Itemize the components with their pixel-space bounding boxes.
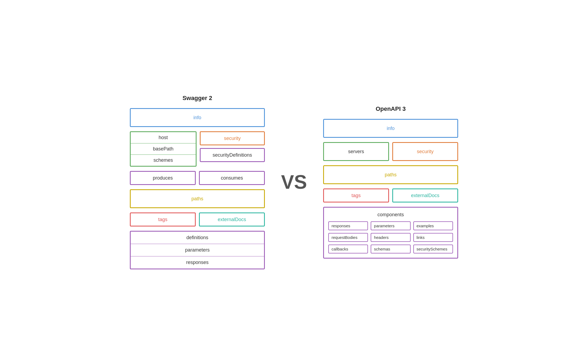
swagger-security-group: security securityDefinitions [200,131,265,167]
swagger-definitions-group: definitions parameters responses [130,231,265,269]
swagger-responses-item: responses [131,256,264,269]
swagger-definitions-item: definitions [131,232,264,244]
openapi-responses-box: responses [328,221,368,230]
openapi-headers-box: headers [371,233,410,242]
openapi-security-box: security [392,142,458,161]
openapi-row-2: servers security [323,142,458,161]
openapi-externaldocs-box: externalDocs [392,188,458,202]
openapi-paths-box: paths [323,165,458,184]
openapi-servers-box: servers [323,142,389,161]
openapi-securityschemes-box: securitySchemes [413,245,453,253]
openapi-title: OpenAPI 3 [376,105,405,112]
openapi-parameters-box: parameters [371,221,410,230]
swagger-row-tags: tags externalDocs [130,212,265,226]
swagger-basepath-box: basePath [131,143,196,155]
openapi-tags-box: tags [323,188,389,202]
openapi-info-box: info [323,119,458,138]
swagger-diagram: Swagger 2 info host basePath schemes [130,95,265,269]
swagger-paths-box: paths [130,189,265,208]
openapi-row-tags: tags externalDocs [323,188,458,202]
swagger-info-box: info [130,108,265,127]
swagger-host-group: host basePath schemes [130,131,197,167]
swagger-security-box: security [200,131,265,145]
openapi-schemas-box: schemas [371,245,410,253]
openapi-links-box: links [413,233,453,242]
swagger-externaldocs-box: externalDocs [199,212,265,226]
swagger-title: Swagger 2 [183,95,212,102]
openapi-components-label: components [328,212,453,218]
swagger-securitydefinitions-box: securityDefinitions [200,148,265,162]
swagger-info-label: info [193,115,201,121]
openapi-components-grid: responses parameters examples requestBod… [328,221,453,253]
openapi-diagram: OpenAPI 3 info servers security paths ta… [323,105,458,259]
swagger-parameters-item: parameters [131,244,264,256]
main-container: Swagger 2 info host basePath schemes [105,95,483,269]
swagger-tags-box: tags [130,212,196,226]
openapi-callbacks-box: callbacks [328,245,368,253]
swagger-consumes-box: consumes [199,171,265,185]
openapi-requestbodies-box: requestBodies [328,233,368,242]
swagger-produces-box: produces [130,171,196,185]
swagger-host-box: host [131,132,196,143]
swagger-schemes-box: schemes [131,155,196,166]
openapi-components-box: components responses parameters examples… [323,207,458,259]
vs-label: VS [281,171,307,193]
openapi-examples-box: examples [413,221,453,230]
swagger-row-2: host basePath schemes security securityD… [130,131,265,167]
swagger-row-3: produces consumes [130,171,265,185]
